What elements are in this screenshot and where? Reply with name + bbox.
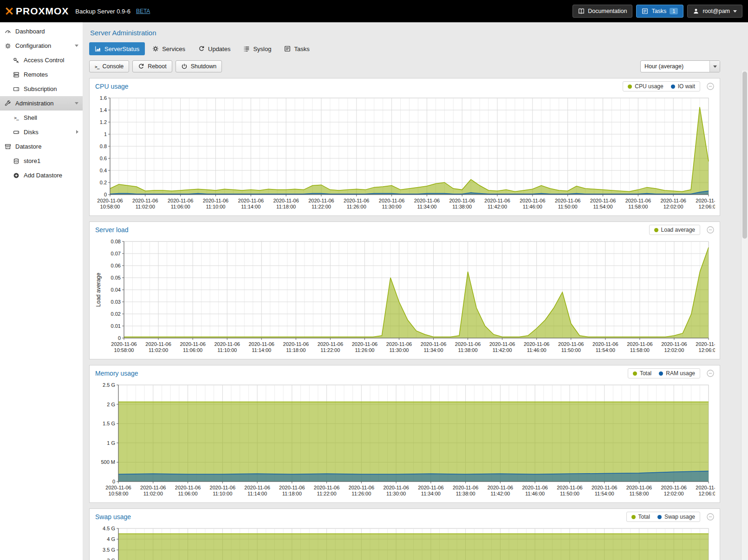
panel-title: Memory usage [95, 370, 138, 377]
tab-updates[interactable]: Updates [193, 42, 236, 55]
sidebar-item-remotes[interactable]: Remotes [0, 67, 83, 82]
sidebar-item-label: Administration [15, 100, 53, 107]
svg-text:2020-11-06: 2020-11-06 [214, 341, 240, 347]
legend-dot [633, 371, 637, 376]
sidebar-item-disks[interactable]: Disks [0, 125, 83, 139]
svg-text:2020-11-06: 2020-11-06 [626, 485, 652, 490]
user-menu-button[interactable]: root@pam [687, 5, 742, 18]
svg-text:2020-11-06: 2020-11-06 [661, 485, 687, 490]
sidebar-item-shell[interactable]: >_ Shell [0, 111, 83, 125]
legend-dot [657, 515, 662, 519]
sidebar-item-store1[interactable]: store1 [0, 154, 83, 168]
svg-text:10:58:00: 10:58:00 [114, 347, 134, 353]
sidebar-item-access-control[interactable]: Access Control [0, 53, 83, 67]
svg-text:11:14:00: 11:14:00 [247, 491, 267, 496]
svg-text:0.02: 0.02 [111, 311, 121, 317]
interval-select[interactable]: Hour (average) [640, 60, 720, 72]
svg-text:3.5 G: 3.5 G [103, 547, 115, 553]
svg-text:0.2: 0.2 [100, 180, 107, 185]
cpu-usage-chart: 00.20.40.60.811.21.41.62020-11-0610:58:0… [94, 94, 715, 214]
svg-text:11:58:00: 11:58:00 [630, 347, 650, 353]
legend-item-total[interactable]: Total [633, 370, 651, 377]
svg-text:2020-11-06: 2020-11-06 [625, 198, 651, 203]
svg-text:1: 1 [104, 131, 107, 137]
svg-text:2020-11-06: 2020-11-06 [145, 341, 171, 347]
svg-text:0.08: 0.08 [111, 239, 121, 244]
tab-tasks[interactable]: Tasks [279, 42, 315, 55]
documentation-button[interactable]: Documentation [572, 5, 632, 18]
svg-text:11:06:00: 11:06:00 [178, 491, 198, 496]
tab-services[interactable]: Services [147, 42, 191, 55]
legend-item-load-average[interactable]: Load average [654, 227, 695, 233]
svg-text:11:10:00: 11:10:00 [206, 204, 225, 209]
svg-text:2020-11-06: 2020-11-06 [627, 341, 652, 347]
chevron-down-icon [713, 65, 717, 68]
svg-text:11:42:00: 11:42:00 [493, 347, 512, 353]
panel-memory-usage: Memory usage Total RAM usage 0500 M1 G1.… [89, 365, 720, 503]
svg-text:2020-11-06: 2020-11-06 [414, 198, 440, 203]
legend-item-swap-usage[interactable]: Swap usage [657, 514, 695, 520]
documentation-label: Documentation [588, 8, 627, 14]
reboot-button[interactable]: Reboot [132, 60, 172, 72]
collapse-icon[interactable] [707, 83, 714, 90]
svg-text:2020-11-06: 2020-11-06 [590, 198, 616, 203]
svg-text:11:30:00: 11:30:00 [389, 347, 409, 353]
svg-text:12:02:00: 12:02:00 [663, 204, 683, 209]
sidebar-item-label: Remotes [24, 71, 48, 78]
legend-label: Load average [661, 227, 695, 233]
sidebar-item-subscription[interactable]: Subscription [0, 82, 83, 96]
tab-bar: ServerStatus Services Updates Syslog Tas… [89, 42, 720, 55]
tasks-badge: 1 [670, 8, 678, 14]
svg-text:2020-11-06: 2020-11-06 [557, 485, 582, 490]
scrollbar-thumb[interactable] [742, 72, 747, 239]
sidebar-item-datastore[interactable]: Datastore [0, 139, 83, 154]
svg-text:11:58:00: 11:58:00 [629, 491, 649, 496]
collapse-icon[interactable] [707, 226, 714, 234]
tab-serverstatus[interactable]: ServerStatus [89, 42, 145, 55]
sidebar-item-administration[interactable]: Administration [0, 96, 83, 111]
legend-item-io-wait[interactable]: IO wait [671, 83, 695, 90]
terminal-icon: >_ [13, 115, 20, 120]
collapse-icon[interactable] [707, 513, 714, 521]
chevron-down-icon[interactable] [75, 102, 78, 104]
legend-item-total[interactable]: Total [631, 514, 650, 520]
chevron-down-icon[interactable] [75, 45, 78, 47]
svg-text:2020-11-06: 2020-11-06 [524, 341, 549, 347]
sidebar-item-add-datastore[interactable]: Add Datastore [0, 168, 83, 182]
svg-text:2020-11-06: 2020-11-06 [661, 341, 687, 347]
svg-text:2020-11-06: 2020-11-06 [696, 485, 715, 490]
toolbar: >_ Console Reboot Shutdown Hour (average… [89, 60, 720, 72]
legend-item-cpu-usage[interactable]: CPU usage [628, 83, 663, 90]
sidebar-item-configuration[interactable]: Configuration [0, 39, 83, 53]
server-icon [13, 72, 20, 78]
svg-text:11:26:00: 11:26:00 [347, 204, 366, 209]
svg-text:3 G: 3 G [107, 558, 115, 560]
select-trigger[interactable] [709, 61, 720, 72]
svg-text:11:26:00: 11:26:00 [351, 491, 371, 496]
svg-text:10:58:00: 10:58:00 [100, 204, 120, 209]
svg-text:Load average: Load average [95, 273, 102, 307]
scrollbar[interactable] [741, 71, 748, 560]
svg-text:12:06:00: 12:06:00 [699, 347, 715, 353]
svg-text:1.6: 1.6 [100, 95, 107, 101]
svg-text:2020-11-06: 2020-11-06 [105, 485, 131, 490]
console-button[interactable]: >_ Console [89, 60, 129, 72]
svg-text:11:42:00: 11:42:00 [490, 491, 510, 496]
svg-text:11:34:00: 11:34:00 [421, 491, 441, 496]
tab-syslog[interactable]: Syslog [238, 42, 277, 55]
sidebar-item-dashboard[interactable]: Dashboard [0, 24, 83, 39]
tasks-button[interactable]: Tasks 1 [636, 5, 683, 18]
beta-link[interactable]: BETA [136, 8, 150, 14]
collapse-icon[interactable] [707, 370, 714, 377]
chevron-right-icon[interactable] [76, 130, 78, 134]
tab-label: Services [162, 46, 185, 52]
svg-text:11:18:00: 11:18:00 [286, 347, 306, 353]
shutdown-button[interactable]: Shutdown [176, 60, 222, 72]
svg-text:12:06:00: 12:06:00 [699, 491, 715, 496]
svg-text:12:02:00: 12:02:00 [664, 347, 684, 353]
svg-text:2020-11-06: 2020-11-06 [203, 198, 228, 203]
legend-item-ram-usage[interactable]: RAM usage [659, 370, 695, 377]
svg-text:11:46:00: 11:46:00 [523, 204, 542, 209]
svg-text:2020-11-06: 2020-11-06 [421, 341, 446, 347]
svg-text:11:18:00: 11:18:00 [282, 491, 302, 496]
